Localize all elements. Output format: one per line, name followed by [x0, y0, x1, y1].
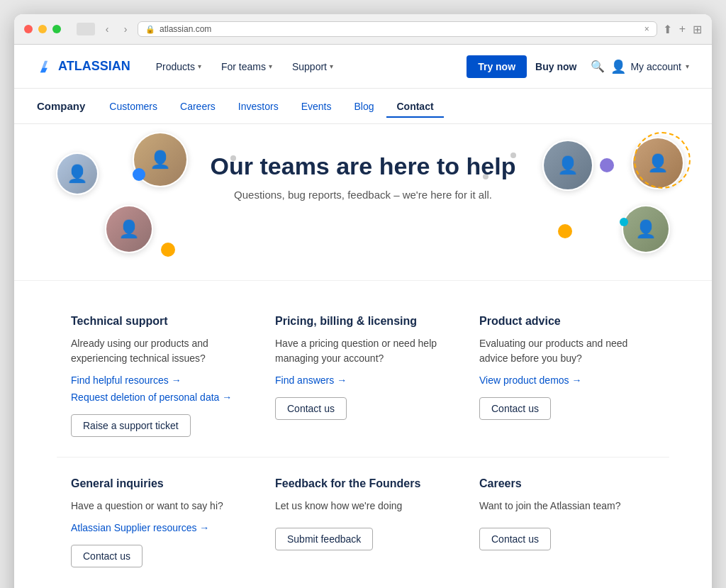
try-now-button[interactable]: Try now	[467, 55, 527, 78]
lock-icon: 🔒	[145, 25, 155, 34]
support-grid: Technical support Already using our prod…	[14, 280, 712, 588]
technical-support-desc: Already using our products and experienc…	[71, 336, 241, 366]
page-content: ATLASSIAN Products ▾ For teams ▾ Support…	[14, 45, 712, 588]
product-advice-contact-button[interactable]: Contact us	[479, 397, 551, 420]
maximize-dot[interactable]	[52, 25, 61, 33]
events-nav-link[interactable]: Events	[291, 95, 342, 118]
buy-now-button[interactable]: Buy now	[527, 55, 585, 78]
careers-contact-button[interactable]: Contact us	[479, 528, 551, 550]
hero-subtitle: Questions, bug reports, feedback – we're…	[71, 189, 655, 201]
product-advice-title: Product advice	[479, 315, 649, 328]
for-teams-nav-link[interactable]: For teams ▾	[213, 55, 281, 78]
supplier-resources-link[interactable]: Atlassian Supplier resources →	[71, 522, 241, 533]
share-icon[interactable]: ⬆	[663, 23, 672, 36]
top-nav: ATLASSIAN Products ▾ For teams ▾ Support…	[14, 45, 712, 89]
browser-controls: ‹ › 🔒 atlassian.com × ⬆ + ⊞	[24, 21, 702, 37]
account-chevron-icon: ▾	[686, 62, 689, 70]
avatar-6: 👤	[622, 205, 670, 253]
avatar-3: 👤	[105, 205, 153, 253]
careers-nav-link[interactable]: Careers	[170, 95, 225, 118]
back-button[interactable]: ‹	[101, 23, 113, 35]
hero-title: Our teams are here to help	[71, 152, 655, 180]
careers-title: Careers	[479, 477, 649, 490]
grid-icon[interactable]: ⊞	[693, 23, 702, 36]
atlassian-logo[interactable]: ATLASSIAN	[37, 59, 130, 74]
request-deletion-link[interactable]: Request deletion of personal data →	[71, 392, 241, 403]
account-menu[interactable]: 👤 My account ▾	[610, 59, 689, 74]
general-inquiries-card: General inquiries Have a question or wan…	[57, 457, 261, 587]
close-dot[interactable]	[24, 25, 33, 33]
forward-button[interactable]: ›	[119, 23, 132, 35]
new-tab-icon[interactable]: +	[679, 23, 686, 36]
feedback-founders-card: Feedback for the Founders Let us know ho…	[261, 457, 465, 587]
pricing-billing-desc: Have a pricing question or need help man…	[275, 336, 445, 366]
browser-actions: ⬆ + ⊞	[663, 23, 702, 36]
browser-chrome: ‹ › 🔒 atlassian.com × ⬆ + ⊞	[14, 14, 712, 45]
feedback-founders-title: Feedback for the Founders	[275, 477, 445, 490]
submit-feedback-button[interactable]: Submit feedback	[275, 528, 373, 550]
minimize-dot[interactable]	[38, 25, 47, 33]
blog-nav-link[interactable]: Blog	[344, 95, 384, 118]
hero-decorations: 👤 👤 👤 👤 👤 👤	[14, 124, 712, 280]
search-icon[interactable]: 🔍	[585, 54, 610, 79]
view-product-demos-link[interactable]: View product demos →	[479, 375, 649, 386]
customers-nav-link[interactable]: Customers	[99, 95, 167, 118]
support-chevron-icon: ▾	[330, 62, 333, 70]
raise-support-ticket-button[interactable]: Raise a support ticket	[71, 414, 191, 437]
investors-nav-link[interactable]: Investors	[228, 95, 289, 118]
technical-support-card: Technical support Already using our prod…	[57, 295, 261, 457]
find-helpful-resources-link[interactable]: Find helpful resources →	[71, 375, 241, 386]
product-advice-card: Product advice Evaluating our products a…	[465, 295, 669, 457]
technical-support-title: Technical support	[71, 315, 241, 328]
careers-card: Careers Want to join the Atlassian team?…	[465, 457, 669, 587]
url-text: atlassian.com	[160, 24, 211, 34]
logo-text: ATLASSIAN	[58, 59, 130, 74]
support-nav-link[interactable]: Support ▾	[284, 55, 342, 78]
hero-section: 👤 👤 👤 👤 👤 👤	[14, 124, 712, 280]
for-teams-chevron-icon: ▾	[269, 62, 272, 70]
find-answers-link[interactable]: Find answers →	[275, 375, 445, 386]
feedback-founders-desc: Let us know how we're doing	[275, 499, 445, 514]
general-inquiries-title: General inquiries	[71, 477, 241, 490]
address-bar[interactable]: 🔒 atlassian.com ×	[138, 21, 657, 37]
tab-switcher-icon[interactable]	[77, 23, 95, 35]
careers-desc: Want to join the Atlassian team?	[479, 499, 649, 514]
close-tab-icon[interactable]: ×	[644, 24, 649, 34]
primary-nav-links: Products ▾ For teams ▾ Support ▾	[147, 55, 342, 78]
secondary-nav: Company Customers Careers Investors Even…	[14, 89, 712, 124]
browser-window: ‹ › 🔒 atlassian.com × ⬆ + ⊞ ATLASSIA	[14, 14, 712, 588]
pricing-billing-title: Pricing, billing & licensing	[275, 315, 445, 328]
yellow-dot-2	[558, 224, 572, 238]
general-inquiries-desc: Have a question or want to say hi?	[71, 499, 241, 514]
products-chevron-icon: ▾	[198, 62, 201, 70]
cyan-dot	[620, 218, 628, 226]
products-nav-link[interactable]: Products ▾	[147, 55, 210, 78]
account-icon: 👤	[610, 59, 626, 74]
company-label: Company	[37, 100, 85, 112]
contact-nav-link[interactable]: Contact	[386, 95, 443, 118]
product-advice-desc: Evaluating our products and need advice …	[479, 336, 649, 366]
yellow-dot-1	[161, 243, 175, 257]
pricing-billing-card: Pricing, billing & licensing Have a pric…	[261, 295, 465, 457]
pricing-contact-button[interactable]: Contact us	[275, 397, 347, 420]
general-contact-button[interactable]: Contact us	[71, 545, 143, 567]
